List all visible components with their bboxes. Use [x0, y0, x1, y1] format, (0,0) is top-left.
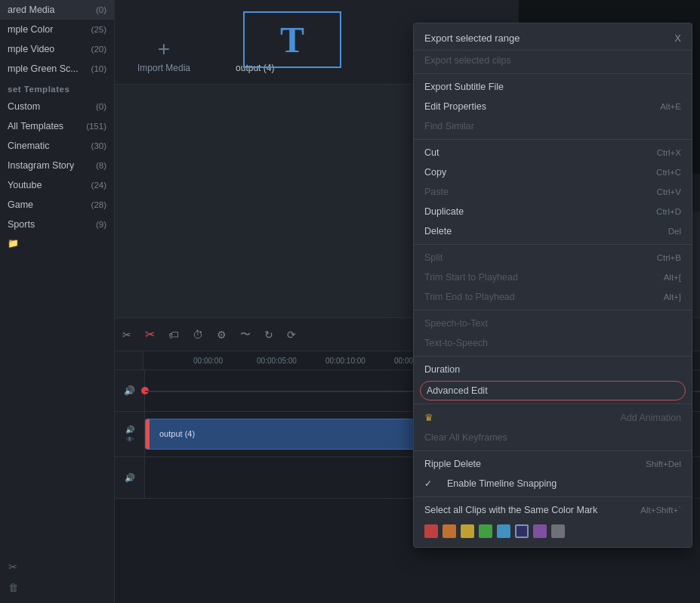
menu-item-cut[interactable]: Cut Ctrl+X — [414, 143, 692, 162]
menu-separator-4 — [414, 310, 692, 311]
clip-red-indicator — [146, 419, 150, 449]
sidebar-item-instagram-story[interactable]: Instagram Story (8) — [0, 156, 114, 175]
menu-item-trim-end: Trim End to Playhead Alt+] — [414, 287, 692, 307]
track-label-1: 🔊 — [115, 370, 145, 411]
track-audio-icon-3: 🔊 — [125, 473, 135, 483]
text-element-box[interactable]: T — [243, 11, 341, 68]
menu-separator-5 — [414, 356, 692, 357]
color-swatch-green[interactable] — [479, 524, 492, 538]
sidebar-section-templates: set Templates — [0, 79, 114, 97]
track-label-3: 🔊 — [115, 457, 145, 498]
track-eye-icon: 👁 — [126, 435, 134, 444]
menu-item-export-clips: Export selected clips — [414, 51, 692, 70]
menu-item-timeline-snapping[interactable]: ✓ Enable Timeline Snapping — [414, 474, 692, 493]
cut-tool-icon[interactable]: ✂ — [122, 329, 131, 341]
rotate-icon[interactable]: ↻ — [264, 329, 273, 341]
menu-item-ripple-delete[interactable]: Ripple Delete Shift+Del — [414, 454, 692, 474]
menu-separator-3 — [414, 244, 692, 245]
menu-item-find-similar: Find Similar — [414, 116, 692, 136]
menu-item-duplicate[interactable]: Duplicate Ctrl+D — [414, 202, 692, 221]
menu-item-select-color-mark[interactable]: Select all Clips with the Same Color Mar… — [414, 500, 692, 520]
text-element-letter: T — [280, 19, 304, 60]
menu-item-edit-properties[interactable]: Edit Properties Alt+E — [414, 97, 692, 116]
waveform-icon[interactable]: 〜 — [240, 328, 251, 342]
menu-item-trim-start: Trim Start to Playhead Alt+[ — [414, 267, 692, 287]
plus-icon: + — [158, 39, 170, 60]
track-audio-icon-2: 🔊 — [125, 425, 134, 434]
sliders-icon[interactable]: ⚙ — [217, 329, 227, 341]
track-audio-icon: 🔊 — [124, 385, 135, 396]
menu-separator-2 — [414, 139, 692, 140]
clip-block-output[interactable]: output (4) — [145, 419, 450, 450]
menu-item-split: Split Ctrl+B — [414, 248, 692, 267]
trash-icon[interactable]: 🗑 — [4, 580, 23, 595]
sidebar-item-cinematic[interactable]: Cinematic (30) — [0, 136, 114, 156]
menu-item-paste: Paste Ctrl+V — [414, 182, 692, 202]
menu-item-clear-keyframes: Clear All Keyframes — [414, 428, 692, 447]
color-swatch-dark-blue[interactable] — [515, 524, 529, 538]
menu-separator-6 — [414, 404, 692, 404]
menu-item-delete[interactable]: Delete Del — [414, 221, 692, 241]
menu-item-copy[interactable]: Copy Ctrl+C — [414, 162, 692, 182]
cut-icon[interactable]: ✂ — [4, 558, 23, 575]
context-menu-title: Export selected range — [424, 32, 520, 44]
menu-item-duration[interactable]: Duration — [414, 360, 692, 379]
crown-icon: ♛ — [424, 412, 433, 423]
clock-icon[interactable]: ⏱ — [193, 329, 203, 341]
color-swatch-yellow[interactable] — [461, 524, 474, 538]
color-swatch-orange[interactable] — [443, 524, 456, 538]
menu-item-export-subtitle[interactable]: Export Subtitle File — [414, 77, 692, 97]
sidebar-item-all-templates[interactable]: All Templates (151) — [0, 116, 114, 136]
sidebar-item-ared-media[interactable]: ared Media (0) — [0, 0, 114, 20]
sidebar-item-sports[interactable]: Sports (9) — [0, 215, 114, 234]
clip-label: output (4) — [159, 429, 195, 438]
sidebar: ared Media (0) mple Color (25) mple Vide… — [0, 0, 115, 603]
color-swatch-red[interactable] — [424, 524, 438, 538]
import-media-button[interactable]: + Import Media — [115, 39, 213, 73]
color-swatches — [414, 520, 692, 544]
sidebar-item-game[interactable]: Game (28) — [0, 195, 114, 215]
menu-separator-8 — [414, 496, 692, 497]
sidebar-item-youtube[interactable]: Youtube (24) — [0, 175, 114, 195]
main-area: + Import Media output (4) T ▶ ✂ ✂ 🏷 ⏱ ⚙ … — [115, 0, 700, 603]
scissors-icon[interactable]: ✂ — [145, 327, 155, 342]
check-mark-icon: ✓ — [424, 478, 432, 489]
folder-icon: 📁 — [8, 238, 19, 249]
track-label-2: 🔊 👁 — [115, 412, 145, 456]
sidebar-item-mple-video[interactable]: mple Video (20) — [0, 39, 114, 59]
sidebar-folder-icon: 📁 — [0, 234, 114, 252]
color-swatch-purple[interactable] — [533, 524, 547, 538]
menu-separator-1 — [414, 73, 692, 74]
color-swatch-cyan[interactable] — [497, 524, 510, 538]
sidebar-item-mple-green[interactable]: mple Green Sc... (10) — [0, 59, 114, 79]
tag-icon[interactable]: 🏷 — [168, 329, 179, 341]
context-menu: Export selected range X Export selected … — [413, 23, 692, 548]
menu-separator-7 — [414, 450, 692, 451]
refresh-icon[interactable]: ⟳ — [287, 329, 296, 341]
color-swatch-gray[interactable] — [551, 524, 565, 538]
context-menu-header: Export selected range X — [414, 26, 692, 51]
import-media-label: Import Media — [137, 63, 190, 73]
menu-item-speech-to-text: Speech-to-Text — [414, 314, 692, 333]
menu-item-advanced-edit[interactable]: Advanced Edit — [420, 381, 686, 400]
sidebar-item-mple-color[interactable]: mple Color (25) — [0, 20, 114, 39]
context-menu-close-button[interactable]: X — [674, 32, 681, 44]
menu-item-text-to-speech: Text-to-Speech — [414, 333, 692, 353]
menu-item-add-animation: ♛ Add Animation — [414, 407, 692, 428]
sidebar-item-custom[interactable]: Custom (0) — [0, 97, 114, 116]
